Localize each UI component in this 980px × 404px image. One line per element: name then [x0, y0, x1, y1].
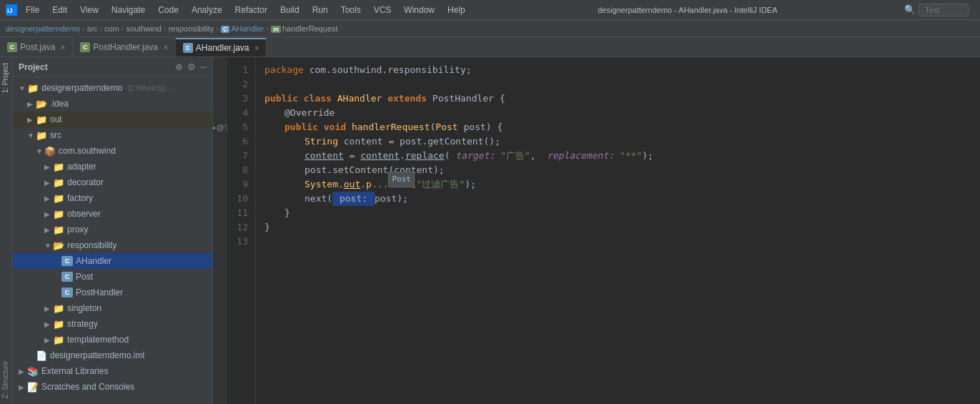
tab-label-post: Post.java — [20, 42, 55, 52]
type-string: String — [305, 134, 338, 149]
menu-window[interactable]: Window — [398, 4, 440, 16]
tree-label-ahandler: AHandler — [76, 256, 112, 266]
tree-item-ahandler[interactable]: C AHandler — [13, 253, 212, 269]
code-line-9: System.out.p ... Post .tln("过滤广告"); — [264, 177, 971, 192]
tab-label-posthandler: PostHandler.java — [93, 42, 158, 52]
expand-arrow-comsouthwind: ▼ — [36, 147, 44, 155]
tree-item-root[interactable]: ▼ 📁 designerpatterndemo D:\WorkSp... — [13, 80, 212, 96]
code-line-10: next( post: post); — [264, 192, 971, 206]
sidebar-settings-icon[interactable]: ⚙ — [187, 61, 196, 72]
project-sidebar: Project ⊕ ⚙ ─ ▼ 📁 designerpatterndemo D:… — [13, 57, 213, 404]
line-num-2: 2 — [227, 77, 248, 92]
tree-item-strategy[interactable]: ▶ 📁 strategy — [13, 316, 212, 332]
menu-bar: File Edit View Navigate Code Analyze Ref… — [20, 4, 471, 16]
breadcrumb-sep-1: › — [82, 24, 85, 33]
menu-navigate[interactable]: Navigate — [106, 4, 151, 16]
tree-item-singleton[interactable]: ▶ 📁 singleton — [13, 300, 212, 316]
menu-vcs[interactable]: VCS — [368, 4, 397, 16]
menu-file[interactable]: File — [20, 4, 45, 16]
tab-close-posthandler[interactable]: × — [164, 44, 168, 51]
tab-post-java[interactable]: C Post.java × — [0, 38, 73, 56]
menu-code[interactable]: Code — [152, 4, 184, 16]
tree-item-observer[interactable]: ▶ 📁 observer — [13, 206, 212, 222]
breadcrumb-item-project[interactable]: designerpatterndemo — [6, 24, 80, 33]
tab-icon-ahandler: C — [183, 43, 193, 53]
menu-help[interactable]: Help — [442, 4, 471, 16]
sidebar-minimize-icon[interactable]: ─ — [200, 61, 207, 72]
kw-extends: extends — [387, 92, 427, 106]
menu-run[interactable]: Run — [307, 4, 334, 16]
tree-item-iml[interactable]: 📄 designerpatterndemo.iml — [13, 348, 212, 363]
left-tool-tabs: 1: Project Z: Structure — [0, 57, 13, 404]
tab-close-post[interactable]: × — [61, 44, 65, 51]
breadcrumb-sep-5: › — [216, 24, 219, 33]
class-system: System — [305, 177, 338, 192]
tree-label-singleton: singleton — [67, 303, 102, 313]
tree-item-responsibility[interactable]: ▼ 📂 responsibility — [13, 237, 212, 253]
menu-build[interactable]: Build — [274, 4, 305, 16]
tab-icon-post: C — [7, 42, 17, 52]
breadcrumb-item-method[interactable]: mhandlerRequest — [271, 24, 338, 33]
menu-tools[interactable]: Tools — [335, 4, 367, 16]
paren-close-3: ); — [642, 149, 653, 163]
expand-arrow-responsibility: ▼ — [44, 242, 53, 250]
vtab-structure[interactable]: Z: Structure — [0, 355, 12, 404]
tree-label-responsibility: responsibility — [67, 240, 117, 250]
gutter-bookmark-icon[interactable]: @ — [216, 123, 224, 132]
tree-item-ext-libs[interactable]: ▶ 📚 External Libraries — [13, 363, 212, 379]
menu-view[interactable]: View — [74, 4, 104, 16]
code-content[interactable]: package com.southwind.responsibility; pu… — [256, 57, 980, 404]
vtab-project[interactable]: 1: Project — [0, 57, 12, 99]
method-replace: replace — [405, 149, 445, 163]
search-input[interactable] — [919, 4, 969, 16]
tree-item-decorator[interactable]: ▶ 📁 decorator — [13, 174, 212, 190]
tree-item-post[interactable]: C Post — [13, 269, 212, 285]
menu-analyze[interactable]: Analyze — [186, 4, 228, 16]
tree-item-adapter[interactable]: ▶ 📁 adapter — [13, 159, 212, 174]
sidebar-add-icon[interactable]: ⊕ — [175, 61, 183, 72]
expand-arrow-singleton: ▶ — [44, 305, 53, 312]
tree-item-templatemethod[interactable]: ▶ 📁 templatemethod — [13, 332, 212, 348]
tree-item-src[interactable]: ▼ 📁 src — [13, 127, 212, 143]
tree-label-posthandler: PostHandler — [76, 287, 123, 297]
tree-item-factory[interactable]: ▶ 📁 factory — [13, 190, 212, 206]
line-num-11: 11 — [227, 206, 248, 220]
annotation-override: @Override — [284, 106, 335, 120]
window-title: designerpatterndemo - AHandler.java - In… — [471, 6, 904, 14]
tree-label-adapter: adapter — [67, 162, 96, 172]
code-package-path: com.southwind.responsibility; — [310, 63, 472, 77]
gutter-7 — [213, 149, 227, 163]
folder-icon-src: 📁 — [36, 130, 47, 141]
folder-icon-proxy: 📁 — [53, 225, 64, 235]
breadcrumb-item-ahandler[interactable]: CAHandler — [221, 24, 264, 33]
menu-refactor[interactable]: Refactor — [229, 4, 273, 16]
tree-item-scratches[interactable]: ▶ 📝 Scratches and Consoles — [13, 379, 212, 395]
breadcrumb-sep-3: › — [122, 24, 124, 33]
folder-icon-singleton: 📁 — [53, 303, 64, 314]
tree-label-comsouthwind: com.southwind — [59, 146, 116, 156]
line-num-10: 10 — [227, 192, 248, 206]
file-icon-posthandler: C — [61, 287, 73, 297]
tree-item-proxy[interactable]: ▶ 📁 proxy — [13, 222, 212, 237]
tree-item-comsouthwind[interactable]: ▼ 📦 com.southwind — [13, 143, 212, 159]
tree-item-posthandler[interactable]: C PostHandler — [13, 285, 212, 300]
breadcrumb-item-src[interactable]: src — [87, 24, 98, 33]
gutter-13 — [213, 235, 227, 249]
breadcrumb-item-responsibility[interactable]: responsibility — [169, 24, 214, 33]
tab-close-ahandler[interactable]: × — [255, 44, 259, 52]
tab-label-ahandler: AHandler.java — [196, 43, 249, 53]
tree-item-out[interactable]: ▶ 📁 out — [13, 112, 212, 127]
breadcrumb-item-southwind[interactable]: southwind — [126, 24, 162, 33]
call-setcontent: post.setContent(content); — [305, 163, 445, 177]
folder-icon-strategy: 📁 — [53, 319, 64, 330]
breadcrumb-item-com[interactable]: com — [104, 24, 119, 33]
gutter-5: ▶ @ ▽ — [213, 120, 227, 134]
menu-edit[interactable]: Edit — [46, 4, 73, 16]
expand-arrow-templatemethod: ▶ — [44, 336, 53, 344]
tree-label-scratches: Scratches and Consoles — [41, 382, 134, 392]
tree-label-factory: factory — [67, 193, 93, 203]
tab-ahandler-java[interactable]: C AHandler.java × — [176, 38, 267, 56]
tab-posthandler-java[interactable]: C PostHandler.java × — [73, 38, 176, 56]
folder-icon-root: 📁 — [27, 83, 39, 94]
tree-item-idea[interactable]: ▶ 📂 .idea — [13, 96, 212, 112]
